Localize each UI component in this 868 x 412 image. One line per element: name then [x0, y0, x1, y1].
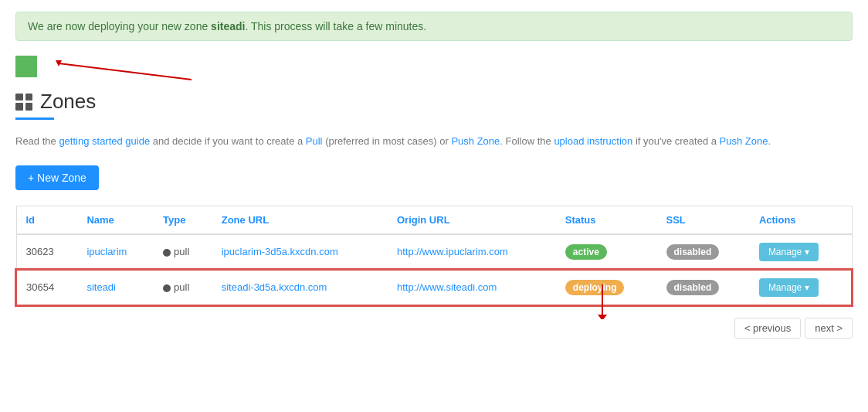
cell-zone-url: ipuclarim-3d5a.kxcdn.com — [212, 234, 388, 270]
svg-marker-1 — [56, 60, 62, 66]
cell-ssl: disabled — [657, 234, 750, 270]
cell-id: 30623 — [16, 234, 77, 270]
manage-button[interactable]: Manage — [759, 243, 819, 261]
indicator-area — [15, 53, 853, 83]
alert-text: We are now deploying your new zone sitea… — [28, 20, 426, 32]
col-type: Type — [154, 206, 212, 234]
getting-started-link[interactable]: getting started guide — [59, 135, 150, 147]
page-title: Zones — [40, 90, 96, 114]
type-dot — [163, 249, 171, 257]
table-row: 30623 ipuclarim pull ipuclarim-3d5a.kxcd… — [16, 234, 852, 270]
col-ssl: SSL — [657, 206, 750, 234]
pull-link[interactable]: Pull — [306, 135, 323, 147]
col-status: Status — [556, 206, 657, 234]
green-indicator — [15, 56, 37, 77]
bottom-arrow-svg — [541, 281, 772, 319]
cell-type: pull — [154, 270, 212, 305]
col-id: Id — [16, 206, 77, 234]
previous-button[interactable]: < previous — [734, 318, 801, 339]
col-name: Name — [77, 206, 154, 234]
cell-id: 30654 — [16, 270, 77, 305]
col-actions: Actions — [750, 206, 852, 234]
upload-instruction-link[interactable]: upload instruction — [554, 135, 632, 147]
grid-icon — [15, 94, 32, 111]
cell-actions: Manage — [750, 234, 852, 270]
alert-zone-name: siteadi — [211, 20, 245, 32]
cell-origin-url: http://www.ipuclarim.com — [388, 234, 556, 270]
cell-name: siteadi — [77, 270, 154, 305]
table-header-row: Id Name Type Zone URL Origin URL Status … — [16, 206, 852, 234]
cell-name: ipuclarim — [77, 234, 154, 270]
ssl-badge: disabled — [666, 244, 720, 260]
alert-banner: We are now deploying your new zone sitea… — [15, 12, 853, 41]
title-underline — [15, 117, 54, 120]
cell-type: pull — [154, 234, 212, 270]
cell-status: active — [556, 234, 657, 270]
new-zone-button[interactable]: + New Zone — [15, 165, 99, 190]
status-badge: active — [565, 244, 607, 260]
push-zone-link2[interactable]: Push Zone — [720, 135, 768, 147]
col-zone-url: Zone URL — [212, 206, 388, 234]
page-header: Zones — [15, 90, 853, 114]
svg-line-0 — [59, 63, 192, 80]
col-origin-url: Origin URL — [388, 206, 556, 234]
next-button[interactable]: next > — [805, 318, 853, 339]
push-zone-link[interactable]: Push Zone — [451, 135, 500, 147]
description: Read the getting started guide and decid… — [15, 134, 853, 150]
cell-origin-url: http://www.siteadi.com — [388, 270, 556, 305]
cell-zone-url: siteadi-3d5a.kxcdn.com — [212, 270, 388, 305]
pagination: < previous next > — [15, 318, 853, 339]
type-dot — [163, 284, 171, 292]
svg-marker-3 — [598, 315, 607, 319]
arrow-annotation — [37, 53, 207, 83]
bottom-arrow-area — [15, 342, 853, 366]
